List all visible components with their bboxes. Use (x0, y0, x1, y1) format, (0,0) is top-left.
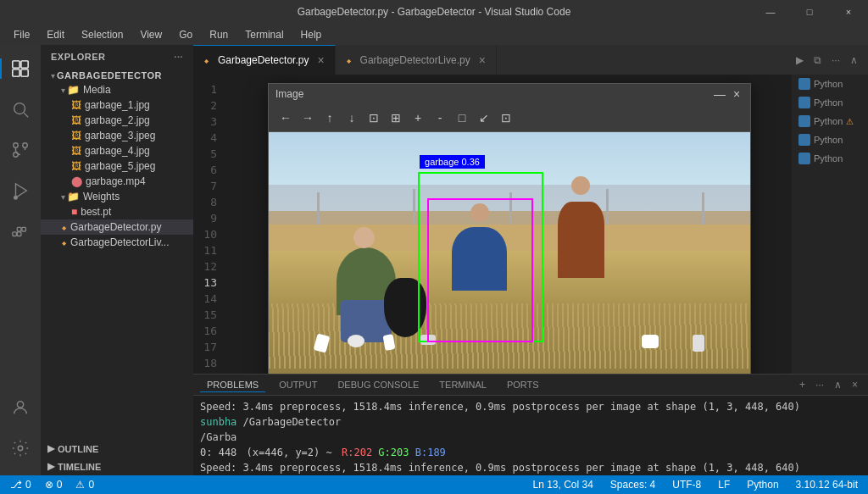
menu-help[interactable]: Help (294, 26, 329, 43)
file-garbage5[interactable]: 🖼 garbage_5.jpeg (41, 158, 193, 174)
sidebar-actions: ··· (174, 52, 183, 62)
tab-close-button[interactable]: × (317, 54, 324, 66)
status-python-version[interactable]: 3.10.12 64-bit (793, 479, 861, 491)
toolbar-up[interactable]: ↑ (320, 108, 340, 128)
python-icon-4 (798, 134, 810, 146)
line-num-11: 11 (200, 242, 217, 258)
tab-live-close-button[interactable]: × (479, 54, 486, 66)
terminal-garba-text: /Garba (200, 431, 236, 443)
status-spaces[interactable]: Spaces: 4 (607, 479, 659, 491)
run-icon[interactable]: ▶ (793, 51, 807, 69)
toolbar-actual[interactable]: □ (452, 108, 472, 128)
file-garbage-detector[interactable]: ⬥ GarbageDetector.py (41, 219, 193, 235)
py-icon: ⬥ (61, 221, 67, 233)
trash3 (383, 334, 396, 351)
modal-close[interactable]: × (730, 87, 743, 101)
folder-media[interactable]: ▾ 📁 Media (41, 82, 193, 97)
file-garbage-detector-live[interactable]: ⬥ GarbageDetectorLiv... (41, 235, 193, 250)
menu-bar: File Edit Selection View Go Run Terminal… (0, 24, 868, 45)
modal-minimize[interactable]: — (713, 87, 726, 101)
line-num-1: 1 (200, 81, 217, 97)
menu-view[interactable]: View (133, 26, 169, 43)
activity-run[interactable] (0, 170, 41, 211)
split-editor-icon[interactable]: ⧉ (810, 51, 825, 69)
panel-close-icon[interactable]: × (849, 379, 861, 391)
line-num-12: 12 (200, 258, 217, 275)
panel-max-icon[interactable]: ∧ (831, 379, 845, 391)
toolbar-grid[interactable]: ⊡ (496, 108, 516, 128)
code-area[interactable]: Image — × ← → ↑ ↓ ⊡ (227, 75, 792, 374)
menu-edit[interactable]: Edit (40, 26, 71, 43)
sidebar-more-icon[interactable]: ··· (174, 52, 183, 62)
image-modal[interactable]: Image — × ← → ↑ ↓ ⊡ (268, 83, 751, 374)
tab-garbage-detector-live[interactable]: ⬥ GarbageDetectorLive.py × (336, 45, 497, 75)
status-warnings[interactable]: ⚠ 0 (72, 479, 97, 491)
python-label-3: Python (814, 116, 843, 126)
window-title: GarbageDetector.py - GarbageDetector - V… (298, 6, 571, 18)
file-garbage-mp4-label: garbage.mp4 (86, 175, 146, 187)
file-garbage2[interactable]: 🖼 garbage_2.jpg (41, 113, 193, 128)
outline-section[interactable]: ▶ OUTLINE (41, 440, 193, 458)
panel-add-icon[interactable]: + (796, 379, 809, 391)
toolbar-zoom-in[interactable]: + (408, 108, 428, 128)
menu-selection[interactable]: Selection (75, 26, 130, 43)
panel-more-icon[interactable]: ··· (812, 379, 827, 391)
mp4-icon: ⬤ (71, 175, 82, 187)
menu-file[interactable]: File (7, 26, 36, 43)
bridge-pillar5 (702, 192, 704, 224)
toolbar-next[interactable]: → (298, 108, 318, 128)
file-best-pt[interactable]: ■ best.pt (41, 204, 193, 219)
bottom-tab-output[interactable]: OUTPUT (272, 378, 324, 391)
timeline-section[interactable]: ▶ TIMELINE (41, 458, 193, 475)
bottom-tab-problems[interactable]: PROBLEMS (200, 378, 265, 392)
maximize-button[interactable]: □ (790, 0, 829, 24)
toolbar-fill[interactable]: ⊞ (386, 108, 406, 128)
toolbar-rotate[interactable]: ↙ (474, 108, 494, 128)
line-num-19: 19 (200, 371, 217, 374)
file-garbage-mp4[interactable]: ⬤ garbage.mp4 (41, 174, 193, 189)
status-encoding[interactable]: UTF-8 (669, 479, 704, 491)
status-git[interactable]: ⎇ 0 (7, 479, 35, 491)
bottom-tab-terminal[interactable]: TERMINAL (432, 378, 493, 391)
activity-extensions[interactable] (0, 211, 41, 252)
more-actions-icon[interactable]: ··· (828, 51, 843, 69)
line-num-4: 4 (200, 130, 217, 146)
activity-explorer[interactable] (0, 48, 41, 89)
tab-py-icon: ⬥ (203, 54, 209, 66)
modal-title-bar[interactable]: Image — × (269, 84, 750, 104)
project-root[interactable]: ▾ GARBAGEDETECTOR (41, 69, 193, 82)
file-garbage1[interactable]: 🖼 garbage_1.jpg (41, 97, 193, 113)
toolbar-zoom-out[interactable]: - (430, 108, 450, 128)
tab-garbage-detector[interactable]: ⬥ GarbageDetector.py × (193, 45, 336, 75)
terminal-coord-value: (x=446, y=2) ~ (243, 447, 336, 458)
activity-search[interactable] (0, 89, 41, 130)
status-language[interactable]: Python (743, 479, 782, 491)
python-label-1: Python (814, 79, 843, 89)
toolbar-down[interactable]: ↓ (342, 108, 362, 128)
activity-settings[interactable] (0, 428, 41, 469)
file-garbage4[interactable]: 🖼 garbage_4.jpg (41, 143, 193, 158)
terminal-content[interactable]: Speed: 3.4ms preprocess, 1518.4ms infere… (193, 396, 868, 475)
file-garbage3[interactable]: 🖼 garbage_3.jpeg (41, 128, 193, 143)
menu-terminal[interactable]: Terminal (238, 26, 290, 43)
toolbar-prev[interactable]: ← (275, 108, 296, 128)
toolbar-fit[interactable]: ⊡ (364, 108, 384, 128)
menu-go[interactable]: Go (172, 26, 199, 43)
bottom-tab-debug[interactable]: DEBUG CONSOLE (331, 378, 426, 391)
status-position[interactable]: Ln 13, Col 34 (529, 479, 596, 491)
bottom-panel-tabs: PROBLEMS OUTPUT DEBUG CONSOLE TERMINAL P… (193, 375, 868, 396)
activity-source-control[interactable] (0, 130, 41, 170)
folder-weights[interactable]: ▾ 📁 Weights (41, 189, 193, 204)
close-button[interactable]: × (829, 0, 868, 24)
menu-run[interactable]: Run (203, 26, 235, 43)
status-line-ending[interactable]: LF (715, 479, 733, 491)
terminal-speed-text-1: Speed: 3.4ms preprocess, 1518.4ms infere… (200, 401, 800, 413)
bottom-tab-ports[interactable]: PORTS (500, 378, 546, 391)
collapse-icon[interactable]: ∧ (847, 51, 861, 69)
status-errors[interactable]: ⊗ 0 (42, 479, 66, 491)
editor-content: 1 2 3 4 5 6 7 8 9 10 11 12 13 14 15 16 1… (193, 75, 868, 374)
trash1 (314, 333, 331, 352)
activity-account[interactable] (0, 387, 41, 428)
sidebar: EXPLORER ··· ▾ GARBAGEDETECTOR ▾ 📁 Media… (41, 45, 193, 475)
minimize-button[interactable]: — (751, 0, 790, 24)
